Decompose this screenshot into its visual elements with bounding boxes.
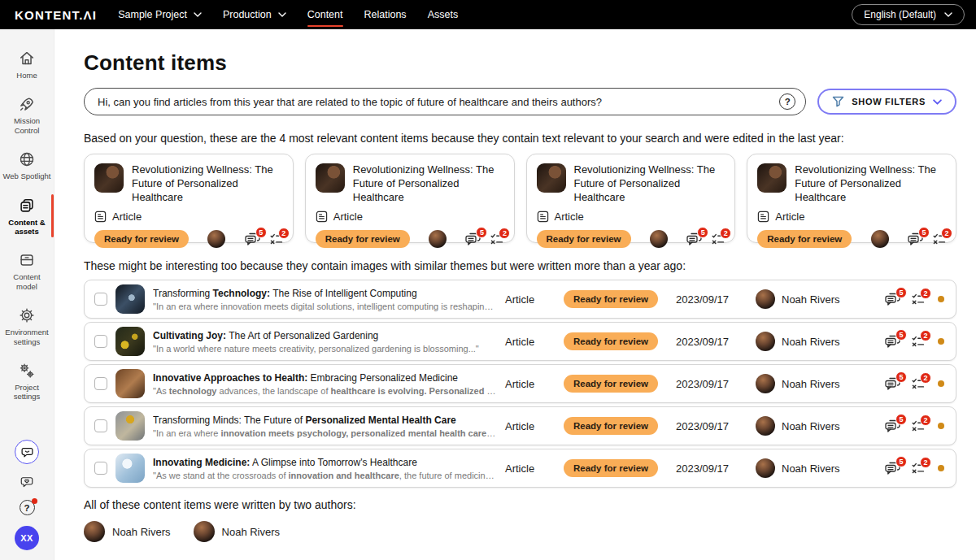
sidebar-item-content-assets[interactable]: Content & assets	[0, 189, 54, 243]
comments-indicator[interactable]: 5	[686, 232, 702, 245]
sidebar-item-project-settings[interactable]: Project settings	[0, 354, 54, 408]
tasks-indicator[interactable]: 2	[912, 293, 925, 305]
tasks-count: 2	[499, 228, 510, 239]
sidebar-item-label: Content & assets	[2, 218, 51, 237]
comments-count: 5	[895, 414, 907, 425]
row-checkbox[interactable]	[94, 335, 107, 348]
author-name: Noah Rivers	[782, 420, 840, 432]
comments-count: 5	[476, 227, 487, 238]
content-row[interactable]: Innovating Medicine: A Glimpse into Tomo…	[84, 449, 956, 488]
card-type-label: Article	[333, 211, 363, 223]
language-selector-label: English (Default)	[864, 9, 936, 20]
environment-selector[interactable]: Production	[223, 9, 286, 20]
comments-indicator[interactable]: 5	[908, 232, 923, 245]
content-row[interactable]: Cultivating Joy: The Art of Personalized…	[84, 322, 956, 361]
comments-indicator[interactable]: 5	[885, 335, 900, 348]
comments-indicator[interactable]: 5	[885, 462, 900, 475]
comments-indicator[interactable]: 5	[245, 232, 260, 245]
sidebar-item-label: Content model	[2, 272, 51, 291]
sidebar-item-environment-settings[interactable]: Environment settings	[0, 299, 54, 353]
feedback-chat-button[interactable]	[15, 440, 39, 464]
card-thumbnail	[94, 163, 124, 193]
chevron-down-icon	[278, 12, 286, 17]
user-avatar[interactable]: XX	[15, 526, 39, 550]
content-card[interactable]: Revolutionizing Wellness: The Future of …	[84, 154, 294, 243]
author-chip[interactable]: Noah Rivers	[84, 521, 171, 542]
row-checkbox[interactable]	[94, 419, 107, 432]
sidebar-item-label: Environment settings	[2, 328, 51, 346]
tab-assets[interactable]: Assets	[428, 0, 459, 29]
author-name: Noah Rivers	[782, 462, 840, 475]
comments-count: 5	[895, 456, 907, 467]
card-type-label: Article	[775, 211, 804, 223]
sidebar-item-label: Web Spotlight	[2, 171, 51, 180]
content-row[interactable]: Innovative Approaches to Health: Embraci…	[84, 364, 956, 403]
relevant-items-intro: Based on your question, these are the 4 …	[84, 132, 956, 145]
status-badge: Ready for review	[564, 290, 658, 308]
tasks-count: 2	[920, 415, 931, 426]
chevron-down-icon	[944, 12, 952, 17]
tasks-indicator[interactable]: 2	[270, 233, 283, 245]
status-badge: Ready for review	[564, 459, 658, 477]
language-selector[interactable]: English (Default)	[852, 4, 965, 25]
comments-indicator[interactable]: 5	[885, 293, 900, 306]
sidebar-item-web-spotlight[interactable]: Web Spotlight	[0, 143, 54, 187]
sidebar-item-home[interactable]: Home	[0, 42, 54, 86]
row-checkbox[interactable]	[94, 293, 107, 306]
tasks-count: 2	[941, 228, 952, 239]
content-card[interactable]: Revolutionizing Wellness: The Future of …	[747, 154, 956, 243]
article-icon	[94, 211, 107, 223]
row-checkbox[interactable]	[94, 377, 107, 390]
author-avatar	[756, 416, 775, 436]
card-type-label: Article	[112, 211, 142, 223]
row-title: Transforming Technology: The Rise of Int…	[153, 288, 497, 299]
comments-count: 5	[697, 227, 708, 238]
project-selector[interactable]: Sample Project	[118, 9, 202, 20]
content-card[interactable]: Revolutionizing Wellness: The Future of …	[526, 154, 736, 243]
tasks-indicator[interactable]: 2	[912, 378, 925, 389]
tasks-count: 2	[920, 457, 931, 468]
search-input[interactable]: Hi, can you find articles from this year…	[84, 88, 806, 115]
tasks-indicator[interactable]: 2	[912, 462, 925, 474]
tasks-indicator[interactable]: 2	[933, 233, 946, 245]
authors-list: Noah Rivers Noah Rivers	[84, 521, 956, 542]
content-card[interactable]: Revolutionizing Wellness: The Future of …	[305, 154, 515, 243]
search-query-text: Hi, can you find articles from this year…	[98, 96, 602, 108]
row-excerpt: "As technology advances, the landscape o…	[153, 386, 497, 396]
help-button[interactable]: ?	[20, 500, 35, 515]
row-date: 2023/09/17	[676, 293, 747, 306]
content-row[interactable]: Transforming Minds: The Future of Person…	[84, 406, 956, 445]
sidebar-item-label: Home	[2, 71, 51, 80]
comments-indicator[interactable]: 5	[465, 232, 481, 245]
tasks-indicator[interactable]: 2	[712, 233, 725, 245]
author-chip[interactable]: Noah Rivers	[194, 521, 281, 542]
row-date: 2023/09/17	[676, 420, 747, 432]
tasks-indicator[interactable]: 2	[912, 420, 925, 432]
row-checkbox[interactable]	[94, 462, 107, 475]
show-filters-button[interactable]: SHOW FILTERS	[817, 89, 956, 115]
tab-relations[interactable]: Relations	[364, 0, 407, 29]
contributor-avatar	[429, 230, 447, 248]
sidebar-item-content-model[interactable]: Content model	[0, 244, 54, 297]
sidebar-item-mission-control[interactable]: Mission Control	[0, 88, 54, 141]
page-title: Content items	[84, 50, 956, 76]
tasks-indicator[interactable]: 2	[912, 336, 925, 347]
tasks-indicator[interactable]: 2	[490, 233, 503, 245]
comments-count: 5	[918, 227, 930, 238]
tasks-count: 2	[720, 228, 731, 239]
row-date: 2023/09/17	[676, 378, 747, 390]
notification-dot	[32, 498, 37, 504]
author-name: Noah Rivers	[782, 336, 840, 348]
row-type-label: Article	[505, 420, 556, 432]
content-row[interactable]: Transforming Technology: The Rise of Int…	[84, 280, 956, 319]
comments-indicator[interactable]: 5	[885, 377, 900, 390]
feedback-heart-button[interactable]	[20, 475, 34, 489]
row-type-label: Article	[505, 293, 556, 306]
search-help-icon[interactable]: ?	[779, 93, 795, 110]
comments-indicator[interactable]: 5	[885, 419, 900, 432]
tab-content[interactable]: Content	[307, 0, 343, 29]
card-thumbnail	[757, 163, 786, 193]
status-dot	[938, 380, 944, 387]
relevant-cards: Revolutionizing Wellness: The Future of …	[84, 154, 956, 243]
row-thumbnail	[115, 454, 145, 483]
